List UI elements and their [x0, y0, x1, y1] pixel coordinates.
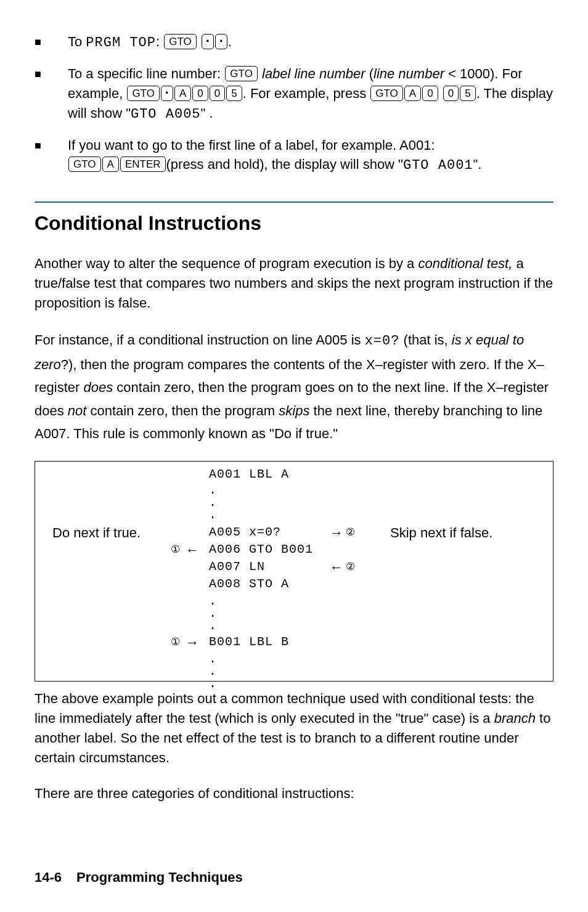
paragraph-3: The above example points out a common te… — [35, 689, 553, 768]
bullet-3-body: If you want to go to the first line of a… — [68, 136, 553, 176]
text: contain zero, then the program — [86, 403, 279, 418]
key-0: 0 — [210, 86, 225, 101]
key-0: 0 — [443, 86, 459, 101]
code-line: A005 x=0? — [209, 523, 281, 541]
circle-1-icon: ① — [171, 542, 180, 558]
bullet-2: ■ To a specific line number: GTO label l… — [35, 64, 553, 124]
key-0: 0 — [192, 86, 208, 101]
key-gto: GTO — [225, 66, 258, 81]
text: Another way to alter the sequence of pro… — [35, 256, 418, 271]
seg7-text: x=0? — [365, 333, 400, 349]
bullet-marker: ■ — [35, 32, 68, 53]
bullet-1-body: To PRGM TOP: GTO . — [68, 32, 553, 53]
chapter-title: Programming Techniques — [76, 869, 243, 885]
code-line: A006 GTO B001 — [209, 540, 313, 558]
italic-text: does — [83, 380, 113, 395]
anno-do-next: Do next if true. — [52, 523, 141, 543]
circle-2-icon: ② — [346, 560, 355, 575]
italic-text: skips — [279, 403, 309, 418]
text: If you want to go to the first line of a… — [68, 137, 435, 153]
page-footer: 14-6Programming Techniques — [35, 868, 243, 887]
text: For instance, if a conditional instructi… — [35, 332, 365, 348]
code-example-box: A001 LBL A . . . Do next if true. A005 x… — [35, 461, 553, 682]
bullet-marker: ■ — [35, 136, 68, 176]
key-gto: GTO — [164, 34, 197, 49]
paragraph-4: There are three categories of conditiona… — [35, 784, 553, 804]
bullet-2-body: To a specific line number: GTO label lin… — [68, 64, 553, 124]
section-rule — [35, 202, 553, 203]
arrow-right-icon: → — [330, 523, 343, 543]
italic-text: line number — [374, 66, 444, 81]
bullet-marker: ■ — [35, 64, 68, 124]
text: (that is, — [399, 332, 451, 348]
text: (press and hold), the display will show … — [166, 157, 403, 172]
text: The above example points out a common te… — [35, 691, 534, 726]
code-line: B001 LBL B — [209, 633, 289, 651]
paragraph-1: Another way to alter the sequence of pro… — [35, 254, 553, 313]
key-5: 5 — [226, 86, 242, 101]
arrow-left-icon: ← — [186, 540, 199, 560]
text: . — [228, 34, 232, 49]
code-line: A001 LBL A — [209, 465, 289, 483]
code-line: . — [209, 506, 217, 524]
code-line: . — [209, 617, 217, 635]
key-enter: ENTER — [120, 157, 166, 172]
seg7-text: GTO A001 — [403, 158, 473, 173]
text: ". — [473, 157, 482, 172]
key-5: 5 — [460, 86, 475, 101]
key-a: A — [174, 86, 191, 101]
text: ( — [365, 66, 374, 81]
text: . For example, press — [243, 86, 370, 101]
italic-text: branch — [494, 710, 536, 726]
text: " . — [201, 105, 213, 121]
circle-1-icon: ① — [171, 635, 180, 650]
code-line: . — [209, 675, 217, 693]
italic-text: label line number — [262, 66, 365, 81]
page-number: 14-6 — [35, 869, 62, 885]
key-dot — [215, 34, 227, 49]
paragraph-2: For instance, if a conditional instructi… — [35, 328, 553, 445]
italic-text: conditional test, — [418, 256, 512, 271]
text: : — [156, 34, 163, 49]
section-heading: Conditional Instructions — [35, 209, 553, 237]
arrow-right-icon: → — [186, 633, 199, 653]
key-a: A — [404, 86, 421, 101]
seg7-text: GTO A005 — [131, 107, 201, 122]
key-gto: GTO — [127, 86, 160, 101]
code-line: A007 LN — [209, 558, 265, 576]
text: To a specific line number: — [68, 66, 224, 81]
key-a: A — [102, 157, 119, 172]
circle-2-icon: ② — [346, 525, 355, 540]
text: To — [68, 34, 86, 49]
key-0: 0 — [422, 86, 438, 101]
key-gto: GTO — [68, 157, 101, 172]
key-dot — [161, 86, 173, 101]
seg7-text: PRGM TOP — [86, 35, 156, 51]
arrow-left-icon: ← — [330, 558, 343, 577]
bullet-1: ■ To PRGM TOP: GTO . — [35, 32, 553, 53]
key-dot — [202, 34, 214, 49]
key-gto: GTO — [370, 86, 403, 101]
anno-skip-next: Skip next if false. — [390, 523, 492, 543]
italic-text: not — [68, 403, 87, 418]
bullet-3: ■ If you want to go to the first line of… — [35, 136, 553, 176]
code-line: A008 STO A — [209, 575, 289, 593]
